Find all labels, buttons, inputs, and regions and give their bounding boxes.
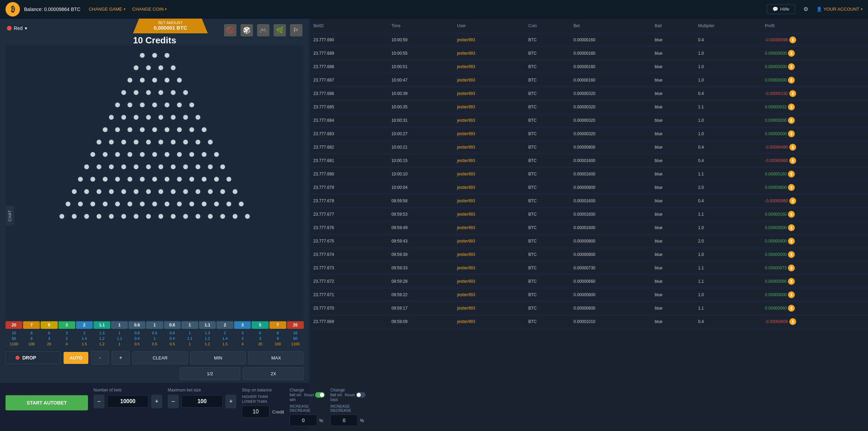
max-bet-plus[interactable]: + bbox=[225, 395, 236, 408]
num-bets-plus[interactable]: + bbox=[151, 395, 162, 408]
win-reset-toggle[interactable] bbox=[315, 392, 325, 398]
double-button[interactable]: 2X bbox=[243, 367, 304, 380]
cell-18-3: BTC bbox=[524, 275, 570, 288]
cell-20-4: 0.00000600 bbox=[569, 302, 650, 315]
cell-18-4: 0.00000660 bbox=[569, 275, 650, 288]
bet-history-scroll[interactable]: BetIDTimeUserCoinBetBallMultiplierProfit… bbox=[309, 19, 868, 431]
cell-17-3: BTC bbox=[524, 261, 570, 275]
cell-0-1: 10:00:59 bbox=[387, 33, 453, 47]
btc-icon: ₿ bbox=[788, 130, 795, 137]
sub-mult-row4-0: 1100 bbox=[5, 342, 22, 346]
cell-10-1: 10:00:10 bbox=[387, 168, 453, 181]
multiplier-row-2: 1086321.310.80.50.811.3236810 bbox=[0, 330, 309, 336]
bet-display: BET AMOUNT 0,000001 BTC 10 Credits bbox=[133, 20, 176, 45]
plus-button[interactable]: + bbox=[112, 351, 130, 365]
icon-3[interactable]: 🎮 bbox=[257, 24, 269, 36]
cell-16-5: blue bbox=[650, 248, 694, 261]
start-autobet-button[interactable]: START AUTOBET bbox=[5, 395, 88, 410]
profit-cell-1: 0.00000000₿ bbox=[761, 47, 868, 60]
higher-than-label: HIGHER THAN bbox=[242, 395, 284, 399]
max-bet-minus[interactable]: − bbox=[168, 395, 179, 408]
drop-button[interactable]: DROP bbox=[5, 351, 61, 364]
lower-than-label: LOWER THAN bbox=[242, 399, 284, 403]
balance-value-input[interactable] bbox=[242, 406, 269, 418]
minus-button[interactable]: - bbox=[91, 351, 109, 365]
btc-icon: ₿ bbox=[789, 90, 796, 97]
icon-1[interactable]: 🚫 bbox=[224, 24, 236, 36]
change-win-header: Change bet on win Reset bbox=[290, 388, 325, 402]
cell-4-6: 0.4 bbox=[694, 87, 761, 100]
min-button[interactable]: MIN bbox=[190, 352, 246, 364]
start-col: START AUTOBET bbox=[5, 388, 88, 410]
change-game-button[interactable]: CHANGE GAME ▾ bbox=[89, 7, 125, 12]
sub-mult-row4-6: 1 bbox=[111, 342, 128, 346]
btc-icon: ₿ bbox=[788, 224, 795, 231]
cell-6-4: 0.00000320 bbox=[569, 114, 650, 127]
sub-mult-row2-8: 0.5 bbox=[146, 331, 163, 335]
profit-cell-4: -0.00000192₿ bbox=[761, 87, 868, 100]
color-dropdown-icon: ▾ bbox=[25, 25, 27, 31]
num-bets-minus[interactable]: − bbox=[93, 395, 104, 408]
cell-8-1: 10:00:21 bbox=[387, 141, 453, 154]
profit-cell-16: 0.00000000₿ bbox=[761, 248, 868, 261]
cell-14-3: BTC bbox=[524, 221, 570, 235]
drop-label: DROP bbox=[22, 355, 36, 360]
clear-button[interactable]: CLEAR bbox=[132, 352, 188, 364]
change-loss-group: Change bet on loss Reset INCREASE DECREA… bbox=[330, 388, 366, 426]
win-pct-symbol: % bbox=[319, 418, 323, 423]
cell-11-0: 23.777.679 bbox=[309, 181, 387, 194]
cell-15-4: 0.00000800 bbox=[569, 235, 650, 248]
cell-0-4: 0.00000160 bbox=[569, 33, 650, 47]
chat-tab[interactable]: CHAT bbox=[6, 206, 14, 225]
color-dot-icon bbox=[7, 26, 12, 31]
cell-4-1: 10:00:39 bbox=[387, 87, 453, 100]
table-row: 23.777.66909:59:09jestter993BTC0.0000101… bbox=[309, 315, 868, 328]
mult-cell-2: 5 bbox=[41, 321, 57, 329]
cell-7-5: blue bbox=[650, 127, 694, 141]
autobet-section: START AUTOBET Number of bets − 10000 + M… bbox=[0, 383, 309, 431]
cell-5-1: 10:00:35 bbox=[387, 100, 453, 114]
profit-cell-17: 0.00000073₿ bbox=[761, 261, 868, 275]
cell-21-5: blue bbox=[650, 315, 694, 328]
cell-17-2: jestter993 bbox=[453, 261, 524, 275]
cell-14-2: jestter993 bbox=[453, 221, 524, 235]
change-coin-button[interactable]: CHANGE COIN ▾ bbox=[132, 7, 167, 12]
game-icon-row: 🚫 🎲 🎮 🌿 🏳 bbox=[224, 24, 302, 36]
cell-4-0: 23.777.686 bbox=[309, 87, 387, 100]
icon-4[interactable]: 🌿 bbox=[274, 24, 286, 36]
your-account-button[interactable]: 👤 YOUR ACCOUNT ▾ bbox=[816, 7, 863, 12]
table-row: 23.777.67109:59:22jestter993BTC0.0000060… bbox=[309, 288, 868, 302]
btc-icon: ₿ bbox=[788, 265, 795, 271]
btc-icon: ₿ bbox=[789, 144, 796, 151]
cell-9-0: 23.777.681 bbox=[309, 154, 387, 168]
btc-icon: ₿ bbox=[788, 77, 795, 84]
btc-icon: ₿ bbox=[789, 36, 796, 43]
table-row: 23.777.67509:59:43jestter993BTC0.0000080… bbox=[309, 235, 868, 248]
icon-5[interactable]: 🏳 bbox=[290, 24, 302, 36]
balance-display: Balance: 0.00009864 BTC bbox=[24, 7, 80, 12]
cell-16-0: 23.777.674 bbox=[309, 248, 387, 261]
color-selector[interactable]: Red ▾ bbox=[7, 25, 27, 31]
win-pct-input[interactable] bbox=[290, 414, 317, 426]
half-button[interactable]: 1/2 bbox=[180, 367, 241, 380]
cell-8-4: 0.00000800 bbox=[569, 141, 650, 154]
cell-10-6: 1.1 bbox=[694, 168, 761, 181]
icon-2[interactable]: 🎲 bbox=[241, 24, 253, 36]
btc-icon: ₿ bbox=[788, 278, 795, 285]
hilfe-button[interactable]: 💬 Hilfe bbox=[767, 4, 795, 14]
cell-21-4: 0.00001010 bbox=[569, 315, 650, 328]
cell-2-4: 0.00000160 bbox=[569, 60, 650, 74]
cell-13-1: 09:59:53 bbox=[387, 208, 453, 221]
cell-8-0: 23.777.682 bbox=[309, 141, 387, 154]
table-row: 23.777.67709:59:53jestter993BTC0.0000160… bbox=[309, 208, 868, 221]
cell-0-6: 0.4 bbox=[694, 33, 761, 47]
btc-icon: ₿ bbox=[788, 211, 795, 218]
settings-icon[interactable]: ⚙ bbox=[803, 6, 808, 12]
max-button[interactable]: MAX bbox=[248, 352, 304, 364]
table-row: 23.777.69010:00:59jestter993BTC0.0000016… bbox=[309, 33, 868, 47]
loss-reset-toggle[interactable] bbox=[356, 392, 366, 398]
auto-button[interactable]: AUTO bbox=[64, 352, 89, 364]
profit-cell-19: 0.00000000₿ bbox=[761, 288, 868, 302]
cell-9-4: 0.00001600 bbox=[569, 154, 650, 168]
loss-pct-input[interactable] bbox=[330, 414, 358, 426]
